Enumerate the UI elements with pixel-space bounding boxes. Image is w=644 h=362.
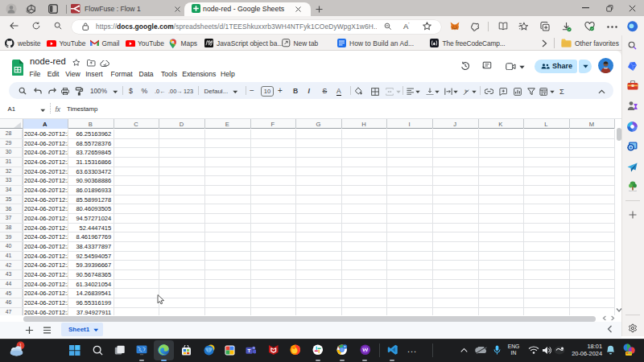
- svg-text:T: T: [247, 347, 250, 352]
